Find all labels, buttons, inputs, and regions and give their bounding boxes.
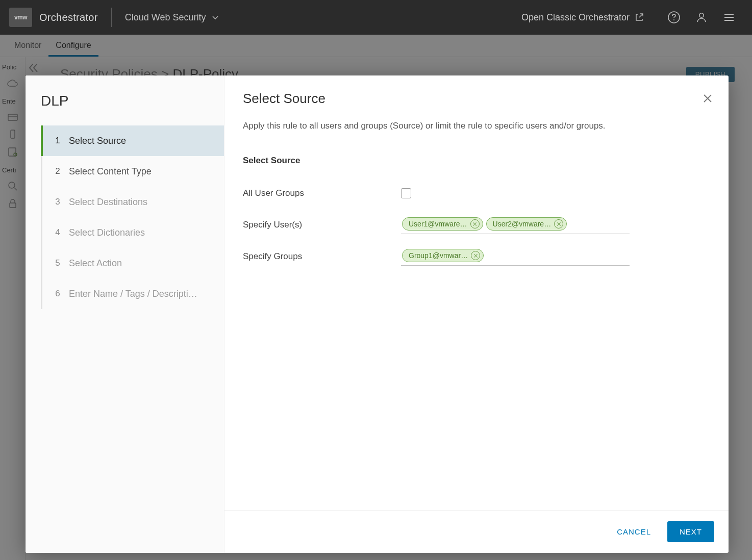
svg-point-1 — [673, 19, 674, 20]
chevron-down-icon — [211, 13, 219, 21]
step-label: Select Action — [69, 258, 122, 269]
all-user-groups-checkbox[interactable] — [401, 188, 411, 198]
wizard-step-2[interactable]: 2 Select Content Type — [42, 156, 224, 187]
svg-point-2 — [699, 13, 704, 17]
chip-label: User2@vmware… — [493, 220, 552, 228]
row-all-user-groups: All User Groups — [243, 180, 710, 207]
menu-icon[interactable] — [722, 11, 736, 24]
step-number: 4 — [52, 227, 64, 238]
step-label: Select Source — [69, 136, 126, 146]
wizard-body: Select Source All User Groups Specify Us… — [224, 137, 729, 510]
wizard-footer: CANCEL NEXT — [224, 510, 729, 553]
all-user-groups-label: All User Groups — [243, 188, 401, 198]
step-label: Enter Name / Tags / Descripti… — [69, 289, 197, 299]
user-icon[interactable] — [695, 11, 708, 24]
user-chip: User2@vmware… — [486, 217, 567, 231]
brand-name: Orchestrator — [39, 12, 111, 23]
wizard-title: DLP — [26, 90, 224, 125]
step-label: Select Dictionaries — [69, 227, 145, 238]
wizard-step-3[interactable]: 3 Select Destinations — [42, 187, 224, 217]
step-label: Select Destinations — [69, 197, 147, 208]
step-number: 2 — [52, 166, 64, 176]
specify-groups-input[interactable]: Group1@vmwar… — [401, 247, 630, 266]
chip-label: User1@vmware… — [409, 220, 467, 228]
wizard-sidebar: DLP 1 Select Source 2 Select Content Typ… — [26, 75, 224, 553]
cancel-button[interactable]: CANCEL — [610, 522, 658, 541]
external-link-icon — [635, 13, 644, 22]
product-dropdown[interactable]: Cloud Web Security — [125, 12, 219, 23]
wizard-step-4[interactable]: 4 Select Dictionaries — [42, 217, 224, 248]
user-chip: User1@vmware… — [402, 217, 483, 231]
specify-groups-label: Specify Groups — [243, 251, 401, 262]
step-number: 1 — [52, 136, 64, 146]
step-label: Select Content Type — [69, 166, 152, 177]
specify-users-input[interactable]: User1@vmware… User2@vmware… — [401, 215, 630, 234]
section-heading: Select Source — [243, 156, 710, 166]
step-number: 3 — [52, 197, 64, 207]
classic-link-label: Open Classic Orchestrator — [521, 12, 630, 23]
step-number: 6 — [52, 289, 64, 299]
wizard-step-6[interactable]: 6 Enter Name / Tags / Descripti… — [42, 278, 224, 309]
open-classic-link[interactable]: Open Classic Orchestrator — [521, 12, 644, 23]
wizard-step-1[interactable]: 1 Select Source — [41, 125, 224, 156]
chip-label: Group1@vmwar… — [409, 251, 468, 260]
product-name: Cloud Web Security — [125, 12, 206, 23]
group-chip: Group1@vmwar… — [402, 249, 484, 262]
remove-chip-icon[interactable] — [471, 251, 480, 260]
dlp-wizard-modal: DLP 1 Select Source 2 Select Content Typ… — [26, 75, 729, 553]
panel-description: Apply this rule to all users and groups … — [243, 120, 710, 132]
wizard-steps: 1 Select Source 2 Select Content Type 3 … — [41, 125, 224, 309]
wizard-header: Select Source Apply this rule to all use… — [224, 75, 729, 137]
remove-chip-icon[interactable] — [470, 219, 480, 228]
divider — [111, 8, 112, 27]
help-icon[interactable] — [667, 11, 681, 24]
wizard-step-5[interactable]: 5 Select Action — [42, 248, 224, 278]
panel-title: Select Source — [243, 91, 710, 107]
app-header: vmw Orchestrator Cloud Web Security Open… — [0, 0, 752, 35]
close-button[interactable] — [702, 93, 714, 105]
next-button[interactable]: NEXT — [667, 521, 714, 542]
row-specify-users: Specify User(s) User1@vmware… User2@vmwa… — [243, 212, 710, 238]
vmw-logo: vmw — [9, 8, 32, 27]
specify-users-label: Specify User(s) — [243, 220, 401, 230]
row-specify-groups: Specify Groups Group1@vmwar… — [243, 243, 710, 270]
wizard-main-panel: Select Source Apply this rule to all use… — [224, 75, 729, 553]
step-number: 5 — [52, 258, 64, 268]
remove-chip-icon[interactable] — [554, 219, 563, 228]
